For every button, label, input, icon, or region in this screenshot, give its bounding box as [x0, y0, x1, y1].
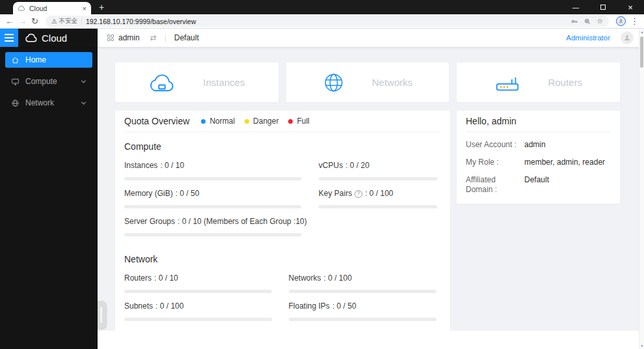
- back-icon[interactable]: ←: [5, 17, 14, 25]
- instances-card[interactable]: Instances: [115, 63, 278, 102]
- reload-icon[interactable]: ↻: [31, 17, 38, 25]
- browser-toolbar: ← → ↻ ⚠ 不安全 192.168.10.170:9999/base/ove…: [0, 14, 644, 29]
- scrollbar-thumb[interactable]: [640, 36, 643, 68]
- sidebar: Home Compute Network: [0, 47, 98, 349]
- quota-item-label: Subnets : 0 / 100: [124, 301, 277, 312]
- quota-item: Server Groups : 0 / 10 (Members of Each …: [124, 216, 307, 236]
- sidebar-item-network[interactable]: Network: [5, 95, 92, 111]
- profile-row-label: User Account :: [466, 140, 524, 150]
- person-icon: [618, 18, 624, 24]
- sidebar-item-home[interactable]: Home: [5, 52, 92, 68]
- new-tab-button[interactable]: +: [99, 0, 104, 14]
- close-button[interactable]: ×: [617, 0, 644, 14]
- project-selector[interactable]: admin: [107, 33, 140, 42]
- quota-card-header: Quota Overview Normal Danger Full: [124, 111, 441, 132]
- forward-icon[interactable]: →: [18, 17, 27, 25]
- quota-item-label: Memory (GiB) : 0 / 50: [124, 188, 307, 199]
- card-label: Networks: [372, 77, 413, 88]
- administrator-link[interactable]: Administrator: [566, 34, 610, 42]
- quota-progress-track: [124, 177, 301, 180]
- scroll-up-icon[interactable]: ▲: [639, 30, 644, 34]
- omnibox-separator: [81, 18, 82, 25]
- quota-item-name: Routers: [124, 273, 152, 284]
- header-divider: [165, 34, 166, 42]
- sidebar-item-label: Network: [25, 98, 54, 107]
- quota-item: Ports : 0 / 500: [124, 329, 277, 331]
- browser-menu-icon[interactable]: ⋮: [630, 17, 639, 25]
- bookmark-star-icon[interactable]: ☆: [597, 18, 603, 25]
- quota-item-label: Instances : 0 / 10: [124, 160, 307, 171]
- cloud-logo-icon: [25, 33, 38, 42]
- profile-greeting: Hello, admin: [466, 116, 517, 126]
- switch-project-icon[interactable]: ⇄: [150, 33, 157, 42]
- zoom-icon[interactable]: [584, 18, 591, 25]
- profile-card-header: Hello, admin: [466, 111, 611, 132]
- security-warning[interactable]: ⚠ 不安全: [51, 17, 77, 25]
- quota-item-label: Floating IPs : 0 / 50: [289, 301, 442, 312]
- app-header: Cloud admin ⇄ Default Administrator: [0, 29, 644, 47]
- compute-quota-grid: Instances : 0 / 10 vCPUs : 0 / 20 Memory…: [124, 160, 441, 236]
- network-quota-grid: Routers : 0 / 10 Networks : 0 / 100 Subn…: [124, 273, 441, 331]
- scrollbar[interactable]: ▲ ▼: [639, 29, 644, 349]
- profile-row: User Account : admin: [466, 140, 611, 150]
- card-label: Instances: [203, 77, 245, 88]
- card-label: Routers: [548, 77, 582, 88]
- legend-dot-icon: [245, 119, 249, 124]
- quota-item-value: : 0 / 20: [345, 160, 369, 171]
- browser-profile-avatar[interactable]: [616, 16, 626, 26]
- app-logo[interactable]: Cloud: [18, 29, 98, 47]
- quota-item-value: : 0 / 50: [332, 301, 356, 312]
- sidebar-item-compute[interactable]: Compute: [5, 74, 92, 89]
- browser-tab[interactable]: Cloud ×: [13, 2, 91, 14]
- routers-card[interactable]: Routers: [457, 63, 620, 102]
- password-key-icon[interactable]: [570, 18, 578, 25]
- quota-item-name: Server Groups: [124, 216, 175, 227]
- omnibox-actions: ☆: [570, 18, 603, 25]
- quota-item-value: : 0 / 10: [154, 273, 178, 284]
- person-icon: [623, 34, 631, 42]
- quota-item: Floating IPs : 0 / 50: [289, 301, 442, 321]
- help-circle-icon[interactable]: [355, 190, 362, 198]
- quota-progress-track: [319, 205, 438, 208]
- quota-progress-track: [124, 290, 272, 293]
- quota-item-label: Networks : 0 / 100: [289, 273, 442, 284]
- quota-legend: Normal Danger Full: [201, 117, 309, 126]
- networks-card[interactable]: Networks: [286, 63, 449, 102]
- section-title-network: Network: [124, 254, 441, 264]
- cloud-app: Cloud admin ⇄ Default Administrator Home…: [0, 29, 644, 349]
- maximize-button[interactable]: [589, 0, 617, 14]
- profile-row-label: My Role :: [466, 158, 524, 167]
- quota-item-name: Security Groups: [289, 329, 345, 331]
- chevron-down-icon: [81, 100, 86, 104]
- collapsed-drawer-handle[interactable]: [98, 301, 106, 329]
- quota-item-label: Ports : 0 / 500: [124, 329, 277, 331]
- quota-item-value: : 0 / 10: [160, 160, 184, 171]
- tab-close-icon[interactable]: ×: [83, 5, 87, 12]
- minimize-button[interactable]: —: [562, 0, 589, 14]
- quota-item-value: : 0 / 500: [145, 329, 173, 331]
- routers-device-icon: [494, 73, 520, 92]
- quota-progress-track: [124, 233, 301, 236]
- hamburger-menu-icon[interactable]: [0, 29, 18, 47]
- globe-icon: [11, 99, 20, 107]
- project-grid-icon: [107, 34, 114, 42]
- legend-label: Full: [297, 117, 309, 126]
- maximize-icon: [600, 5, 606, 10]
- quota-item-name: Instances: [124, 160, 157, 171]
- quota-item-name: Memory (GiB): [124, 188, 173, 199]
- url-text[interactable]: 192.168.10.170:9999/base/overview: [86, 18, 567, 25]
- quota-overview-card: Quota Overview Normal Danger Full Comput…: [115, 111, 450, 331]
- browser-titlebar: Cloud × + — ×: [0, 0, 644, 14]
- profile-row: My Role : member, admin, reader: [466, 158, 611, 167]
- address-bar[interactable]: ⚠ 不安全 192.168.10.170:9999/base/overview …: [46, 16, 609, 27]
- app-logo-text: Cloud: [42, 33, 67, 44]
- scroll-down-icon[interactable]: ▼: [639, 344, 644, 348]
- quota-item: Subnets : 0 / 100: [124, 301, 277, 321]
- quota-item-name: Floating IPs: [289, 301, 330, 312]
- user-avatar[interactable]: [621, 31, 634, 44]
- section-title-compute: Compute: [124, 141, 441, 152]
- quota-item: vCPUs : 0 / 20: [319, 160, 441, 180]
- quota-item: Instances : 0 / 10: [124, 160, 307, 180]
- content-row: Quota Overview Normal Danger Full Comput…: [115, 111, 620, 331]
- profile-row-value: member, admin, reader: [524, 158, 605, 167]
